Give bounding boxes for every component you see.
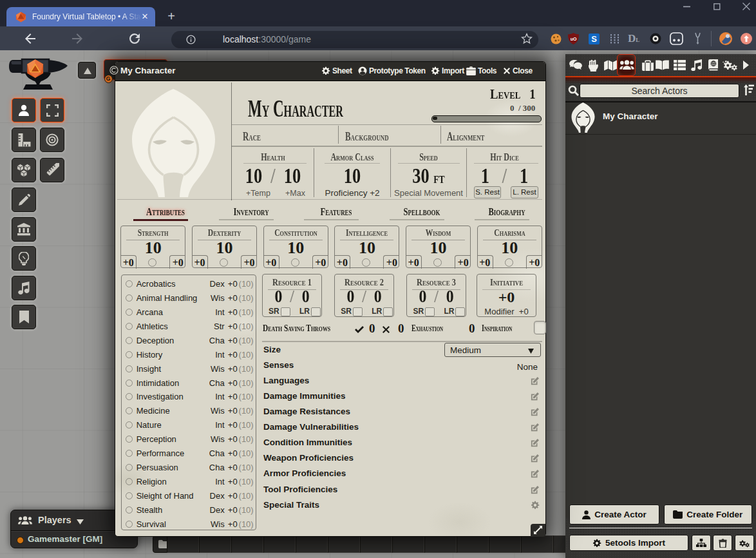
- svg-text:uO: uO: [571, 37, 577, 41]
